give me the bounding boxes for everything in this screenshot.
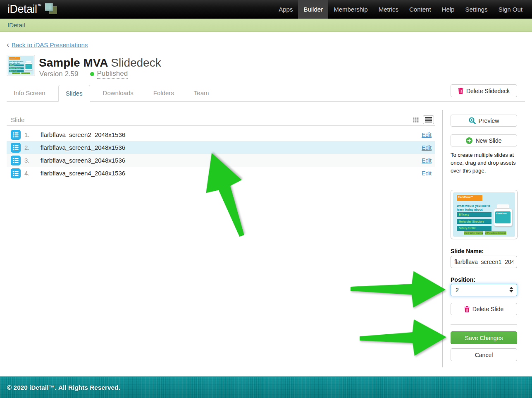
- slide-name: flarbflava_screen4_2048x1536: [41, 170, 422, 177]
- mini-slide-footer-button: Full Prescribing Information: [485, 231, 506, 235]
- trash-icon: [458, 88, 463, 94]
- position-label: Position:: [451, 276, 517, 283]
- mini-slide-brand: FlarbFlava™: [457, 195, 482, 201]
- product-jar-image: FlarbFlava: [494, 204, 512, 226]
- stepper-down-icon[interactable]: [509, 290, 513, 293]
- tab-team[interactable]: Team: [187, 85, 216, 102]
- slide-column-header: Slide: [7, 116, 413, 123]
- slide-name: flarbflava_screen1_2048x1536: [41, 144, 422, 151]
- slide-name-label: Slide Name:: [451, 248, 517, 254]
- edit-link[interactable]: Edit: [422, 132, 432, 138]
- delete-slide-button[interactable]: Delete Slide: [451, 303, 517, 315]
- tab-info-screen[interactable]: Info Screen: [7, 85, 52, 102]
- slide-handle-icon[interactable]: [11, 143, 21, 153]
- tab-folders[interactable]: Folders: [146, 85, 181, 102]
- tab-downloads[interactable]: Downloads: [96, 85, 141, 102]
- mini-slide: FlarbFlava™ What would you like to learn…: [8, 56, 34, 75]
- mini-slide-footer-button: Important Safety Information: [464, 231, 483, 235]
- deck-thumbnail: FlarbFlava™ What would you like to learn…: [7, 55, 35, 76]
- slide-number: 3.: [24, 157, 33, 164]
- breadcrumb[interactable]: ‹ Back to iDAS Presentations: [7, 41, 88, 48]
- plus-circle-icon: [466, 137, 472, 144]
- grid-view-icon[interactable]: [413, 117, 419, 122]
- content-divider: [442, 110, 443, 367]
- new-slide-button[interactable]: New Slide: [451, 134, 517, 146]
- slide-number: 1.: [24, 131, 33, 138]
- delete-slide-label: Delete Slide: [472, 306, 504, 312]
- delete-slidedeck-label: Delete Slidedeck: [466, 88, 510, 94]
- mini-slide: FlarbFlava™ What would you like to learn…: [453, 192, 515, 237]
- trash-icon: [464, 306, 470, 312]
- logo-text: iDetail: [7, 0, 37, 19]
- slide-handle-icon[interactable]: [11, 156, 21, 165]
- nav-item-help[interactable]: Help: [437, 0, 460, 19]
- slide-name: flarbflava_screen2_2048x1536: [41, 131, 422, 138]
- jar-body: FlarbFlava: [494, 209, 512, 227]
- save-changes-button[interactable]: Save Changes: [451, 331, 517, 344]
- logo-squares-icon: [44, 2, 58, 16]
- mini-slide-button: Efficacy: [457, 212, 491, 217]
- new-slide-label: New Slide: [475, 137, 501, 144]
- delete-slidedeck-button[interactable]: Delete Slidedeck: [451, 84, 517, 97]
- published-dot-icon: [90, 72, 94, 76]
- nav-item-membership[interactable]: Membership: [328, 0, 373, 19]
- magnifier-plus-icon: [469, 117, 476, 124]
- edit-link[interactable]: Edit: [422, 144, 432, 151]
- mini-slide-footer-button: Important Safety Information: [12, 72, 20, 74]
- mini-slide-button: Molecular Structure: [9, 67, 24, 70]
- nav-item-signout[interactable]: Sign Out: [493, 0, 528, 19]
- position-field: [451, 284, 517, 296]
- published-status[interactable]: Published: [97, 70, 128, 79]
- position-input[interactable]: [451, 284, 517, 296]
- slide-thumbnail-image: FlarbFlava™ What would you like to learn…: [451, 190, 518, 239]
- nav-item-apps[interactable]: Apps: [273, 0, 298, 19]
- slide-row-4[interactable]: 4. flarbflava_screen4_2048x1536 Edit: [7, 167, 435, 180]
- deck-meta: Version 2.59 Published: [39, 70, 128, 79]
- list-view-icon[interactable]: [423, 115, 434, 124]
- deck-version: Version 2.59: [39, 70, 79, 78]
- nav-item-settings[interactable]: Settings: [460, 0, 493, 19]
- stepper-up-icon[interactable]: [509, 287, 513, 289]
- arrow-to-position-field: [351, 271, 446, 308]
- subheader-title: IDetail: [7, 22, 25, 29]
- slide-row-1[interactable]: 1. flarbflava_screen2_2048x1536 Edit: [7, 128, 435, 141]
- slide-list: 1. flarbflava_screen2_2048x1536 Edit 2. …: [7, 128, 435, 180]
- slide-list-header: Slide: [7, 114, 435, 126]
- nav-item-content[interactable]: Content: [404, 0, 437, 19]
- back-link-label: Back to iDAS Presentations: [12, 41, 88, 48]
- preview-button[interactable]: Preview: [451, 115, 517, 127]
- main-nav: Apps Builder Membership Metrics Content …: [273, 0, 532, 19]
- slide-number: 4.: [24, 170, 33, 177]
- save-changes-label: Save Changes: [465, 335, 503, 341]
- mini-slide-button: Safety Profile: [9, 70, 24, 72]
- nav-item-builder[interactable]: Builder: [298, 0, 328, 19]
- edit-link[interactable]: Edit: [422, 170, 432, 177]
- tab-slides[interactable]: Slides: [58, 85, 90, 102]
- slide-handle-icon[interactable]: [11, 168, 21, 178]
- logo-square-front: [45, 3, 53, 11]
- slide-row-2-selected[interactable]: 2. flarbflava_screen1_2048x1536 Edit: [7, 141, 435, 154]
- jar-label: FlarbFlava: [495, 211, 511, 223]
- slide-number: 2.: [24, 144, 33, 151]
- mini-slide-footer-button: Full Prescribing Information: [21, 72, 30, 74]
- copyright-text: © 2020 iDetail™. All Rights Reserved.: [7, 384, 120, 391]
- stepper-arrows-icon[interactable]: [509, 287, 513, 293]
- jar-cap: [497, 204, 509, 209]
- app-logo[interactable]: iDetail ™: [0, 0, 58, 19]
- mini-slide-button: Efficacy: [9, 65, 24, 67]
- mini-slide-button: Safety Profile: [457, 226, 491, 230]
- slide-handle-icon[interactable]: [11, 130, 21, 140]
- arrow-to-save-button: [359, 319, 446, 357]
- nav-item-metrics[interactable]: Metrics: [373, 0, 404, 19]
- cancel-label: Cancel: [475, 352, 493, 358]
- mini-slide-brand: FlarbFlava™: [9, 57, 20, 60]
- subheader-bar: IDetail: [0, 19, 532, 32]
- cancel-button[interactable]: Cancel: [451, 348, 517, 361]
- sidebar-divider: [451, 181, 517, 181]
- deck-thumbnail-image: FlarbFlava™ What would you like to learn…: [7, 55, 35, 76]
- edit-link[interactable]: Edit: [422, 157, 432, 164]
- slide-row-3[interactable]: 3. flarbflava_screen3_2048x1536 Edit: [7, 154, 435, 167]
- drag-drop-helper-text: To create multiple slides at once, drag …: [451, 151, 517, 175]
- tab-bar: Info Screen Slides Downloads Folders Tea…: [7, 85, 222, 102]
- slide-name-input[interactable]: [451, 256, 517, 268]
